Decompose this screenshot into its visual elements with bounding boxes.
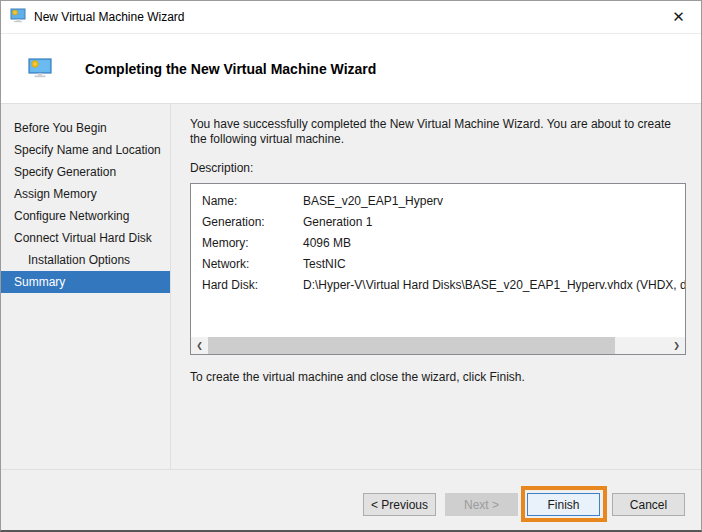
summary-row-label: Generation: [202,212,303,233]
wizard-window: New Virtual Machine Wizard ✕ Completing … [0,0,702,532]
summary-row-generation: Generation: Generation 1 [202,212,685,233]
summary-row-value: D:\Hyper-V\Virtual Hard Disks\BASE_v20_E… [303,275,686,296]
previous-button[interactable]: < Previous [363,493,436,516]
next-button: Next > [445,493,518,516]
vm-summary-rows: Name: BASE_v20_EAP1_Hyperv Generation: G… [191,184,685,296]
summary-row-memory: Memory: 4096 MB [202,233,685,254]
finish-button[interactable]: Finish [527,493,600,516]
title-bar: New Virtual Machine Wizard ✕ [1,1,701,34]
cancel-button[interactable]: Cancel [612,493,685,516]
summary-row-value: BASE_v20_EAP1_Hyperv [303,191,443,212]
summary-row-label: Network: [202,254,303,275]
sidebar-item-connect-virtual-hard-disk: Connect Virtual Hard Disk [1,227,170,249]
summary-page-content: You have successfully completed the New … [171,104,701,469]
horizontal-scrollbar[interactable]: ❮ ❯ [191,337,685,354]
finish-button-wrapper: Finish [527,493,600,516]
intro-text: You have successfully completed the New … [190,117,682,147]
close-icon[interactable]: ✕ [656,1,701,33]
scrollbar-thumb[interactable] [208,337,615,354]
summary-row-label: Memory: [202,233,303,254]
description-label: Description: [190,161,686,175]
app-monitor-icon [10,7,26,27]
summary-row-label: Hard Disk: [202,275,303,296]
summary-row-value: TestNIC [303,254,346,275]
window-title: New Virtual Machine Wizard [34,10,185,24]
sidebar-item-configure-networking: Configure Networking [1,205,170,227]
sidebar-item-before-you-begin: Before You Begin [1,117,170,139]
finish-instruction-text: To create the virtual machine and close … [190,370,686,384]
summary-row-hard-disk: Hard Disk: D:\Hyper-V\Virtual Hard Disks… [202,275,685,296]
summary-row-name: Name: BASE_v20_EAP1_Hyperv [202,191,685,212]
scroll-right-icon[interactable]: ❯ [668,337,685,354]
summary-row-value: Generation 1 [303,212,372,233]
sidebar-item-specify-name-and-location: Specify Name and Location [1,139,170,161]
vm-summary-box: Name: BASE_v20_EAP1_Hyperv Generation: G… [190,183,686,355]
page-title: Completing the New Virtual Machine Wizar… [85,61,376,77]
wizard-steps-sidebar: Before You Begin Specify Name and Locati… [1,104,171,469]
button-bar: < Previous Next > Finish Cancel [1,469,701,530]
wizard-monitor-icon [28,57,52,82]
sidebar-item-installation-options: Installation Options [1,249,170,271]
summary-row-network: Network: TestNIC [202,254,685,275]
sidebar-item-specify-generation: Specify Generation [1,161,170,183]
summary-row-label: Name: [202,191,303,212]
wizard-header: Completing the New Virtual Machine Wizar… [1,34,701,104]
summary-row-value: 4096 MB [303,233,351,254]
sidebar-item-assign-memory: Assign Memory [1,183,170,205]
sidebar-item-summary: Summary [1,271,170,293]
wizard-body: Before You Begin Specify Name and Locati… [1,104,701,469]
scroll-left-icon[interactable]: ❮ [191,337,208,354]
